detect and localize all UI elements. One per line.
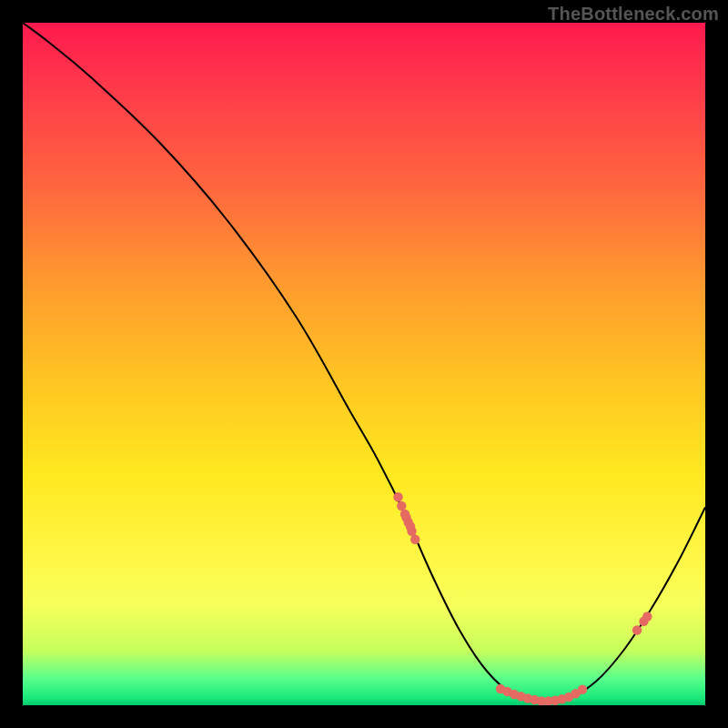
curve-marker (401, 513, 410, 522)
curve-line (23, 23, 705, 703)
chart-plot-area (23, 23, 705, 705)
bottleneck-curve (23, 23, 705, 705)
curve-marker (406, 521, 415, 531)
curve-markers-group (393, 492, 652, 705)
curve-marker (632, 625, 642, 634)
curve-marker (642, 612, 652, 621)
curve-marker (410, 535, 420, 544)
curve-marker (397, 501, 406, 511)
curve-marker (393, 492, 402, 501)
curve-marker (578, 685, 587, 694)
attribution-watermark: TheBottleneck.com (548, 4, 719, 25)
